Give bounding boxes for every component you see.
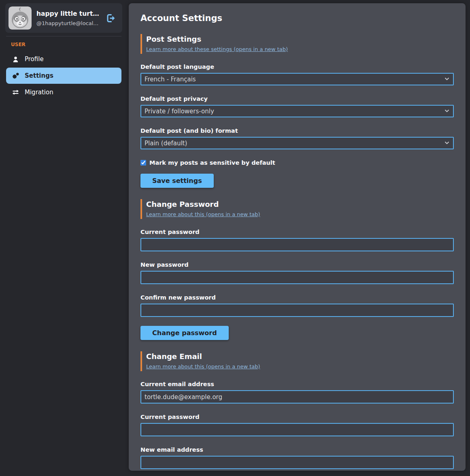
change-password-button[interactable]: Change password [140,326,229,340]
post-settings-learn-more-link[interactable]: Learn more about these settings (opens i… [146,46,288,52]
confirm-new-password-field: Confirm new password [140,294,454,317]
default-post-privacy-field: Default post privacy Private / followers… [140,96,454,117]
new-email-field: New email address [140,446,454,469]
post-settings-header: Post Settings Learn more about these set… [140,34,454,54]
current-email-field: Current email address [140,381,454,404]
new-email-label: New email address [140,446,454,453]
current-password-input[interactable] [140,238,454,251]
default-post-format-select[interactable]: Plain (default) [140,137,454,149]
sidebar-nav: Profile [5,51,122,100]
change-password-section: Change Password Learn more about this (o… [140,199,454,340]
current-password-label: Current password [140,229,454,235]
sidebar-item-label: Migration [25,89,53,96]
change-email-learn-more-link[interactable]: Learn more about this (opens in a new ta… [146,363,260,370]
main-panel: Account Settings Post Settings Learn mor… [129,3,466,471]
sensitive-default-label: Mark my posts as sensitive by default [149,159,275,166]
new-password-label: New password [140,261,454,268]
user-card: happy little turtl… @1happyturtle@local… [5,3,122,33]
sidebar-group-label: USER [11,42,122,47]
avatar [9,6,32,30]
save-settings-button[interactable]: Save settings [140,174,214,188]
change-password-heading: Change Password [146,200,454,208]
new-password-input[interactable] [140,271,454,284]
sidebar-item-profile[interactable]: Profile [6,51,121,67]
new-password-field: New password [140,261,454,284]
sidebar-item-label: Settings [25,72,53,79]
sidebar-item-migration[interactable]: Migration [6,85,121,100]
sidebar-divider [6,36,121,36]
new-email-input[interactable] [140,456,454,469]
default-post-language-field: Default post language French - Français [140,64,454,85]
post-settings-heading: Post Settings [146,35,454,43]
default-post-language-select[interactable]: French - Français [140,73,454,85]
current-email-input[interactable] [140,390,454,404]
default-post-privacy-label: Default post privacy [140,96,454,102]
sidebar-item-settings[interactable]: Settings [6,68,121,84]
confirm-new-password-label: Confirm new password [140,294,454,301]
user-name: happy little turtl… [36,10,100,17]
confirm-new-password-input[interactable] [140,304,454,317]
post-settings-section: Post Settings Learn more about these set… [140,34,454,188]
page-title: Account Settings [140,13,454,23]
email-current-password-input[interactable] [140,423,454,436]
sign-out-icon[interactable] [105,13,116,23]
transfer-arrows-icon [11,88,19,96]
change-password-header: Change Password Learn more about this (o… [140,199,454,219]
user-handle: @1happyturtle@local… [36,20,100,26]
sidebar-item-label: Profile [25,55,44,63]
default-post-privacy-select[interactable]: Private / followers-only [140,105,454,117]
change-email-section: Change Email Learn more about this (open… [140,351,454,476]
change-password-learn-more-link[interactable]: Learn more about this (opens in a new ta… [146,211,260,217]
sensitive-default-row: Mark my posts as sensitive by default [140,159,454,166]
email-current-password-label: Current password [140,414,454,420]
gears-icon [11,72,19,80]
sensitive-default-checkbox[interactable] [140,160,146,166]
change-email-header: Change Email Learn more about this (open… [140,351,454,371]
current-email-label: Current email address [140,381,454,387]
change-email-heading: Change Email [146,352,454,361]
sloth-avatar-icon [9,6,32,30]
app-root: happy little turtl… @1happyturtle@local…… [0,0,470,476]
user-text: happy little turtl… @1happyturtle@local… [36,10,100,26]
default-post-language-label: Default post language [140,64,454,70]
person-icon [11,55,19,63]
sidebar: happy little turtl… @1happyturtle@local…… [0,3,122,471]
default-post-format-label: Default post (and bio) format [140,128,454,134]
default-post-format-field: Default post (and bio) format Plain (def… [140,128,454,149]
email-current-password-field: Current password [140,414,454,436]
current-password-field: Current password [140,229,454,251]
